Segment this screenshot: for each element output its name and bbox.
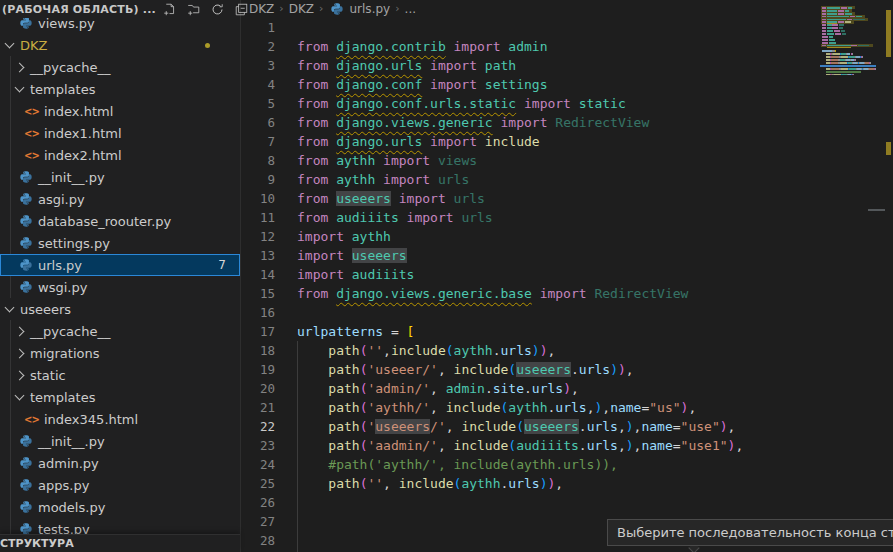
tree-indent-guide xyxy=(10,100,11,122)
minimap-mark xyxy=(845,21,852,23)
code-line[interactable]: 8from aythh import views xyxy=(241,151,820,170)
line-number: 5 xyxy=(241,94,275,113)
tree-folder-static[interactable]: static xyxy=(0,364,240,386)
tree-file-asgi-py[interactable]: asgi.py xyxy=(0,188,240,210)
tree-file-wsgi-py[interactable]: wsgi.py xyxy=(0,276,240,298)
tree-item-label: settings.py xyxy=(38,236,110,251)
code-line[interactable]: 3from django.urls import path xyxy=(241,56,820,75)
tree-folder-templates[interactable]: templates xyxy=(0,386,240,408)
outline-section-header[interactable]: СТРУКТУРА xyxy=(0,534,240,552)
code-line[interactable]: 13import useeers xyxy=(241,246,820,265)
tree-indent-guide xyxy=(10,56,11,78)
tree-indent-guide xyxy=(10,474,11,496)
breadcrumb-separator-icon: › xyxy=(395,2,399,15)
code-line[interactable]: 22 path('useeers/', include(useeers.urls… xyxy=(241,417,820,436)
code-line[interactable]: 19 path('useeer/', include(useeers.urls)… xyxy=(241,360,820,379)
line-number: 12 xyxy=(241,227,275,246)
tree-file-urls-py[interactable]: urls.py7 xyxy=(0,254,240,276)
chevron-right-icon xyxy=(15,326,25,336)
minimap-mark xyxy=(833,53,840,55)
tree-indent-guide xyxy=(10,144,11,166)
tree-folder-useeers[interactable]: useeers xyxy=(0,298,240,320)
tree-item-label: __init__.py xyxy=(38,434,105,449)
chevron-right-icon xyxy=(15,62,25,72)
code-line[interactable]: 14import audiiits xyxy=(241,265,820,284)
minimap-mark xyxy=(835,33,841,35)
tree-folder--pycache-[interactable]: __pycache__ xyxy=(0,320,240,342)
code-line[interactable]: 10from useeers import urls xyxy=(241,189,820,208)
code-line[interactable]: 23 path('aadmin/', include(audiiits.urls… xyxy=(241,436,820,455)
minimap-mark xyxy=(822,21,826,23)
html-file-icon: <> xyxy=(24,104,39,119)
breadcrumb-item[interactable]: urls.py xyxy=(350,2,391,16)
tree-file-index2-html[interactable]: <>index2.html xyxy=(0,144,240,166)
chevron-right-icon xyxy=(15,370,25,380)
tree-file-database-roouter-py[interactable]: database_roouter.py xyxy=(0,210,240,232)
code-line[interactable]: 15from django.views.generic.base import … xyxy=(241,284,820,303)
minimap[interactable] xyxy=(820,0,893,552)
code-line[interactable]: 21 path('aythh/', include(aythh.urls,),n… xyxy=(241,398,820,417)
breadcrumb-item[interactable]: ... xyxy=(405,2,416,16)
code-line[interactable]: 24 #path('aythh/', include(aythh.urls)), xyxy=(241,455,820,474)
minimap-mark xyxy=(829,39,836,41)
line-content: from django.views.generic.base import Re… xyxy=(297,284,688,303)
code-line[interactable]: 18 path('',include(aythh.urls)), xyxy=(241,341,820,360)
tree-item-label: index2.html xyxy=(44,148,122,163)
line-number: 15 xyxy=(241,284,275,303)
line-number: 27 xyxy=(241,512,275,531)
code-line[interactable]: 20 path('admin/', admin.site.urls), xyxy=(241,379,820,398)
tree-indent-guide xyxy=(10,342,11,364)
tree-item-label: asgi.py xyxy=(38,192,85,207)
minimap-slider-edge xyxy=(868,209,885,211)
code-line[interactable]: 16 xyxy=(241,303,820,322)
code-line[interactable]: 2from django.contrib import admin xyxy=(241,37,820,56)
tree-folder--pycache-[interactable]: __pycache__ xyxy=(0,56,240,78)
outline-title: СТРУКТУРА xyxy=(0,537,74,550)
tree-file-index1-html[interactable]: <>index1.html xyxy=(0,122,240,144)
code-line[interactable]: 5from django.conf.urls.static import sta… xyxy=(241,94,820,113)
new-file-icon[interactable] xyxy=(162,2,177,17)
tree-item-label: templates xyxy=(30,390,95,405)
code-line[interactable]: 7from django.urls import include xyxy=(241,132,820,151)
code-line[interactable]: 6from django.views.generic import Redire… xyxy=(241,113,820,132)
collapse-all-icon[interactable] xyxy=(234,2,249,17)
minimap-mark xyxy=(840,62,847,64)
refresh-icon[interactable] xyxy=(210,2,225,17)
chevron-down-icon xyxy=(15,391,25,401)
code-line[interactable]: 25 path('', include(aythh.urls)), xyxy=(241,474,820,493)
line-number: 13 xyxy=(241,246,275,265)
tree-file--init-py[interactable]: __init__.py xyxy=(0,430,240,452)
tree-file-models-py[interactable]: models.py xyxy=(0,496,240,518)
code-line[interactable]: 1 xyxy=(241,18,820,37)
tree-file-admin-py[interactable]: admin.py xyxy=(0,452,240,474)
code-line[interactable]: 17urlpatterns = [ xyxy=(241,322,820,341)
line-content: path('useeers/', include(useeers.urls,),… xyxy=(297,417,735,436)
code-line[interactable]: 11from audiiits import urls xyxy=(241,208,820,227)
minimap-mark xyxy=(835,50,836,52)
breadcrumb-item[interactable]: DKZ xyxy=(249,2,274,16)
minimap-mark xyxy=(853,74,854,76)
minimap-squiggle-mark xyxy=(827,47,851,48)
tree-file-settings-py[interactable]: settings.py xyxy=(0,232,240,254)
tree-file--init-py[interactable]: __init__.py xyxy=(0,166,240,188)
tree-indent-guide xyxy=(10,166,11,188)
tree-folder-templates[interactable]: templates xyxy=(0,78,240,100)
line-number: 20 xyxy=(241,379,275,398)
tree-item-label: __init__.py xyxy=(38,170,105,185)
tree-file-apps-py[interactable]: apps.py xyxy=(0,474,240,496)
code-line[interactable]: 12import aythh xyxy=(241,227,820,246)
line-content: from audiiits import urls xyxy=(297,208,493,227)
minimap-mark xyxy=(858,45,869,47)
tree-file-index345-html[interactable]: <>index345.html xyxy=(0,408,240,430)
code-line[interactable]: 9from aythh import urls xyxy=(241,170,820,189)
breadcrumb-item[interactable]: DKZ xyxy=(289,2,314,16)
line-number: 28 xyxy=(241,531,275,550)
line-content: import useeers xyxy=(297,246,407,265)
tree-folder-migrations[interactable]: migrations xyxy=(0,342,240,364)
new-folder-icon[interactable] xyxy=(186,2,201,17)
code-line[interactable]: 26 xyxy=(241,493,820,512)
tree-folder-DKZ[interactable]: DKZ xyxy=(0,34,240,56)
tree-file-index-html[interactable]: <>index.html xyxy=(0,100,240,122)
code-line[interactable]: 4from django.conf import settings xyxy=(241,75,820,94)
python-file-icon xyxy=(18,500,33,515)
